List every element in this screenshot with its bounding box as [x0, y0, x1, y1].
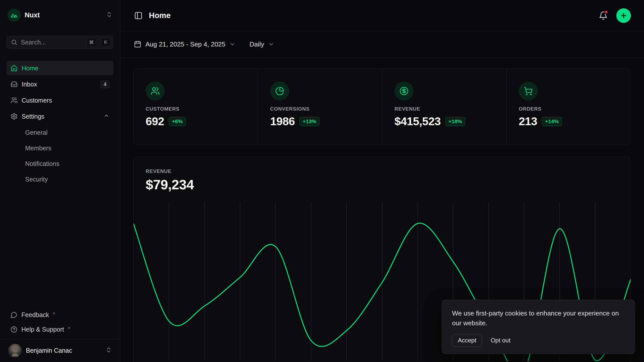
sidebar-item-security[interactable]: Security: [7, 172, 113, 187]
inbox-icon: [11, 81, 18, 88]
date-range-button[interactable]: Aug 21, 2025 - Sep 4, 2025: [134, 40, 235, 48]
sidebar-item-home[interactable]: Home: [7, 61, 113, 75]
calendar-icon: [134, 40, 141, 48]
sidebar-item-customers[interactable]: Customers: [7, 93, 113, 108]
users-icon: [146, 81, 165, 101]
stat-delta-badge: +18%: [445, 117, 465, 126]
stat-delta-badge: +14%: [542, 117, 562, 126]
granularity-label: Daily: [250, 40, 264, 48]
cookie-consent-toast: We use first-party cookies to enhance yo…: [442, 300, 635, 354]
stat-card-customers[interactable]: Customers 692 +6%: [134, 69, 258, 145]
granularity-select[interactable]: Daily: [250, 40, 274, 48]
search-input[interactable]: [21, 39, 83, 46]
workspace-selector[interactable]: Nuxt: [7, 0, 113, 22]
inbox-count-badge: 4: [101, 80, 109, 88]
sidebar-item-label: Home: [22, 65, 38, 72]
stat-value: 692: [146, 115, 164, 128]
page-title: Home: [149, 11, 171, 20]
sidebar-item-label: Settings: [22, 113, 44, 120]
stat-value: $415,523: [394, 115, 441, 128]
chevron-down-icon: [229, 41, 235, 47]
stats-grid: Customers 692 +6% Conversions 1986: [133, 69, 631, 145]
external-link-icon: [52, 310, 56, 317]
kbd-cmd: ⌘: [87, 38, 96, 47]
kbd-k: K: [101, 38, 110, 47]
stat-delta-badge: +6%: [169, 117, 186, 126]
home-icon: [11, 65, 18, 72]
sidebar: Nuxt ⌘ K Home: [0, 0, 120, 362]
message-bubble-icon: [11, 311, 17, 318]
sidebar-spacer: [7, 188, 113, 307]
shopping-cart-icon: [519, 81, 538, 101]
chevrons-up-down-icon: [106, 11, 112, 19]
help-circle-icon: [11, 326, 17, 333]
sidebar-footer-nav: Feedback Help & Support: [7, 307, 113, 337]
stat-card-conversions[interactable]: Conversions 1986 +13%: [258, 69, 382, 145]
circle-dollar-icon: [394, 81, 414, 101]
stat-card-orders[interactable]: Orders 213 +14%: [506, 69, 631, 145]
chevrons-up-down-icon: [105, 347, 112, 354]
chart-pie-icon: [270, 81, 289, 101]
page-header: Home: [120, 0, 644, 31]
users-icon: [11, 97, 18, 104]
revenue-chart-label: Revenue: [146, 168, 619, 174]
gear-icon: [11, 113, 18, 120]
sidebar-toggle-button[interactable]: [133, 11, 143, 21]
stat-card-revenue[interactable]: Revenue $415,523 +18%: [382, 69, 506, 145]
sidebar-item-members[interactable]: Members: [7, 141, 113, 155]
brand-name: Nuxt: [25, 11, 40, 19]
chevron-down-icon: [268, 41, 274, 47]
add-button[interactable]: [616, 8, 631, 23]
panel-left-icon: [134, 11, 143, 20]
sidebar-item-label: Customers: [22, 97, 52, 104]
stat-label: Customers: [146, 106, 246, 112]
header-actions: [598, 8, 631, 23]
sidebar-item-general[interactable]: General: [7, 125, 113, 140]
stat-delta-badge: +13%: [299, 117, 319, 126]
sidebar-nav: Home Inbox 4 C: [7, 61, 113, 188]
chevron-up-icon: [103, 113, 109, 120]
search-icon: [11, 39, 17, 46]
help-support-link[interactable]: Help & Support: [7, 322, 113, 337]
sidebar-item-notifications[interactable]: Notifications: [7, 156, 113, 171]
sidebar-item-label: Inbox: [22, 81, 37, 88]
external-link-icon: [67, 325, 71, 332]
date-range-label: Aug 21, 2025 - Sep 4, 2025: [145, 40, 225, 48]
optout-cookies-button[interactable]: Opt out: [486, 334, 515, 346]
nuxt-logo-icon: [8, 9, 21, 22]
sidebar-item-settings[interactable]: Settings: [7, 109, 113, 124]
notifications-button[interactable]: [598, 10, 609, 21]
sidebar-user-section: Benjamin Canac: [0, 339, 120, 362]
footer-item-label: Help & Support: [21, 326, 64, 333]
sidebar-item-inbox[interactable]: Inbox 4: [7, 77, 113, 92]
stat-value: 213: [519, 115, 537, 128]
avatar: [8, 344, 22, 357]
stat-label: Orders: [519, 106, 619, 112]
stat-label: Revenue: [394, 106, 494, 112]
filter-toolbar: Aug 21, 2025 - Sep 4, 2025 Daily: [120, 31, 644, 58]
accept-cookies-button[interactable]: Accept: [452, 334, 482, 347]
cookie-message: We use first-party cookies to enhance yo…: [452, 308, 625, 328]
user-menu-button[interactable]: Benjamin Canac: [7, 343, 113, 358]
stat-value: 1986: [270, 115, 295, 128]
plus-icon: [620, 12, 627, 19]
footer-item-label: Feedback: [21, 311, 49, 319]
revenue-chart-value: $79,234: [146, 177, 619, 192]
feedback-link[interactable]: Feedback: [7, 307, 113, 322]
search-bar: ⌘ K: [7, 36, 113, 49]
stat-label: Conversions: [270, 106, 370, 112]
user-name: Benjamin Canac: [26, 347, 72, 354]
notification-dot: [604, 10, 608, 14]
